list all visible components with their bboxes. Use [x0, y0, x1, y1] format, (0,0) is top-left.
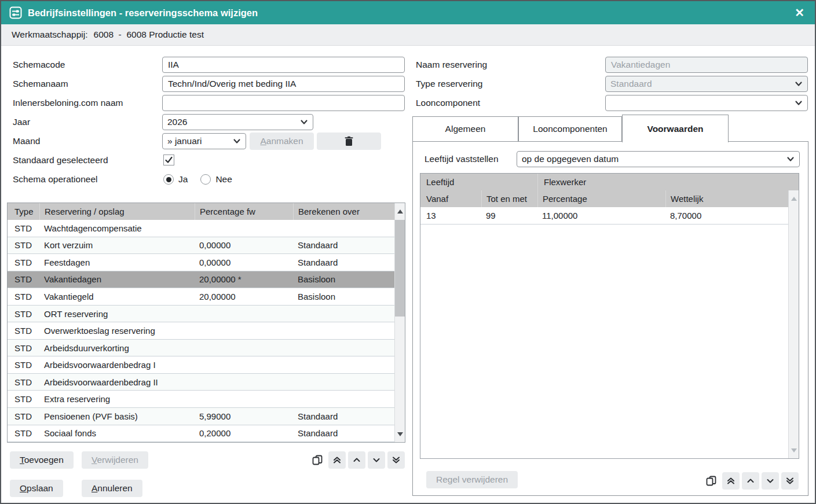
chevron-down-icon — [786, 155, 795, 163]
table-cell: STD — [8, 309, 39, 319]
table-row[interactable]: STDVakantiedagen20,00000 *Basisloon — [8, 271, 394, 289]
chevron-down-icon — [233, 137, 241, 145]
double-chevron-up-icon[interactable] — [328, 451, 346, 469]
scroll-thumb[interactable] — [395, 220, 405, 317]
table-row[interactable]: STDOverwerktoeslag reservering — [8, 322, 394, 340]
double-chevron-down-icon[interactable] — [387, 451, 405, 469]
col-percentage-flex[interactable]: Percentage — [537, 190, 665, 207]
col-wettelijk[interactable]: Wettelijk — [665, 190, 788, 207]
schemacode-input[interactable] — [162, 57, 405, 73]
scroll-up-icon[interactable] — [395, 205, 405, 218]
table-cell: Basisloon — [293, 292, 394, 301]
scroll-down-icon[interactable] — [789, 444, 799, 457]
table-row[interactable]: STDArbeidsvoorwaardenbedrag II — [8, 374, 394, 391]
maand-value: » januari — [167, 136, 233, 146]
reservations-scrollbar[interactable] — [394, 203, 405, 442]
looncomponent-label: Looncomponent — [416, 95, 480, 111]
inlenersbeloning-input[interactable] — [162, 95, 405, 111]
table-cell: 8,70000 — [665, 211, 788, 220]
aanmaken-button[interactable]: Aanmaken — [250, 133, 314, 150]
table-row[interactable]: STDWachtdagencompensatie — [8, 220, 394, 237]
type-reservering-label: Type reservering — [416, 76, 482, 92]
age-table-group-header: Leeftijd Flexwerker — [420, 174, 799, 190]
chevron-down-icon — [795, 99, 803, 107]
check-icon — [165, 156, 173, 164]
standaard-geselecteerd-checkbox[interactable] — [163, 154, 174, 165]
copy-icon[interactable] — [702, 472, 720, 490]
chevron-up-icon[interactable] — [348, 451, 365, 469]
scroll-up-icon[interactable] — [789, 192, 799, 205]
table-cell: Standaard — [293, 411, 394, 421]
tab-looncomponenten[interactable]: Looncomponenten — [518, 116, 622, 141]
looncomponent-select[interactable] — [605, 95, 808, 111]
table-cell: STD — [8, 360, 39, 370]
table-cell: ORT reservering — [39, 309, 195, 319]
group-flexwerker: Flexwerker — [537, 174, 799, 190]
table-row[interactable]: STDArbeidsduurverkorting — [8, 340, 394, 357]
table-cell: Arbeidsvoorwaardenbedrag II — [39, 377, 195, 387]
col-percentage[interactable]: Percentage fw — [195, 203, 293, 220]
jaar-select[interactable]: 2026 — [162, 114, 313, 130]
radio-nee-label: Nee — [215, 174, 232, 185]
table-cell: STD — [8, 394, 39, 404]
schemanaam-input[interactable] — [162, 76, 405, 92]
reservations-table: Type Reservering / opslag Percentage fw … — [7, 203, 405, 443]
table-row[interactable]: STDVakantiegeld20,00000Basisloon — [8, 288, 394, 306]
regel-verwijderen-button[interactable]: Regel verwijderen — [426, 471, 518, 488]
double-chevron-up-icon[interactable] — [722, 472, 740, 490]
sliders-icon — [9, 6, 22, 19]
col-vanaf[interactable]: Vanaf — [420, 190, 481, 207]
col-type[interactable]: Type — [8, 203, 39, 220]
table-row[interactable]: STDKort verzuim0,00000Standaard — [8, 237, 394, 255]
table-cell: Pensioenen (PVF basis) — [39, 411, 195, 421]
toevoegen-button[interactable]: Toevoegen — [10, 451, 74, 469]
table-cell: STD — [8, 292, 39, 301]
table-cell: Feestdagen — [39, 257, 195, 267]
age-table-body: 139911,000008,70000 — [420, 207, 788, 225]
tab-voorwaarden[interactable]: Voorwaarden — [622, 115, 729, 142]
table-cell: 5,99000 — [195, 411, 293, 421]
standaard-geselecteerd-label: Standaard geselecteerd — [13, 152, 108, 168]
table-row[interactable]: 139911,000008,70000 — [420, 207, 788, 225]
col-berekenen[interactable]: Berekenen over — [293, 203, 394, 220]
table-cell: Extra reservering — [39, 394, 195, 404]
chevron-down-icon[interactable] — [368, 451, 385, 469]
annuleren-button[interactable]: Annuleren — [82, 480, 142, 497]
table-cell: STD — [8, 257, 39, 267]
group-leeftijd: Leeftijd — [420, 174, 537, 190]
chevron-up-icon[interactable] — [742, 472, 759, 490]
table-cell: 20,00000 — [195, 292, 293, 301]
col-tot-en-met[interactable]: Tot en met — [481, 190, 537, 207]
naam-reservering-label: Naam reservering — [416, 57, 487, 73]
maand-select[interactable]: » januari — [162, 133, 246, 149]
title-bar: Bedrijfsinstellingen - reserveringsschem… — [1, 1, 815, 24]
table-cell: 11,00000 — [537, 211, 665, 220]
double-chevron-down-icon[interactable] — [781, 472, 799, 490]
table-row[interactable]: STDArbeidsvoorwaardenbedrag I — [8, 356, 394, 374]
opslaan-button[interactable]: Opslaan — [10, 480, 63, 497]
schema-operationeel-label: Schema operationeel — [13, 171, 98, 187]
delete-month-button[interactable] — [317, 133, 381, 150]
scroll-down-icon[interactable] — [395, 428, 405, 440]
table-cell: STD — [8, 377, 39, 387]
chevron-down-icon[interactable] — [762, 472, 779, 490]
col-reservering[interactable]: Reservering / opslag — [39, 203, 195, 220]
table-cell: Standaard — [293, 240, 394, 250]
maand-label: Maand — [13, 133, 40, 149]
leeftijd-vaststellen-select[interactable]: op de opgegeven datum — [517, 151, 800, 167]
table-row[interactable]: STDFeestdagen0,00000Standaard — [8, 254, 394, 271]
table-cell: STD — [8, 223, 39, 233]
copy-icon[interactable] — [309, 451, 326, 469]
table-row[interactable]: STDSociaal fonds0,20000Standaard — [8, 425, 394, 442]
werkmaatschappij-value: 6008 - 6008 Productie test — [94, 30, 204, 40]
close-icon[interactable]: ✕ — [792, 6, 807, 20]
verwijderen-button[interactable]: Verwijderen — [82, 451, 148, 469]
radio-nee[interactable] — [200, 174, 211, 185]
age-table-scrollbar[interactable] — [788, 190, 799, 458]
table-cell: Basisloon — [293, 274, 394, 284]
table-row[interactable]: STDExtra reservering — [8, 391, 394, 408]
radio-ja[interactable] — [163, 174, 174, 185]
tab-algemeen[interactable]: Algemeen — [412, 116, 518, 141]
table-row[interactable]: STDPensioenen (PVF basis)5,99000Standaar… — [8, 408, 394, 425]
table-row[interactable]: STDORT reservering — [8, 306, 394, 323]
